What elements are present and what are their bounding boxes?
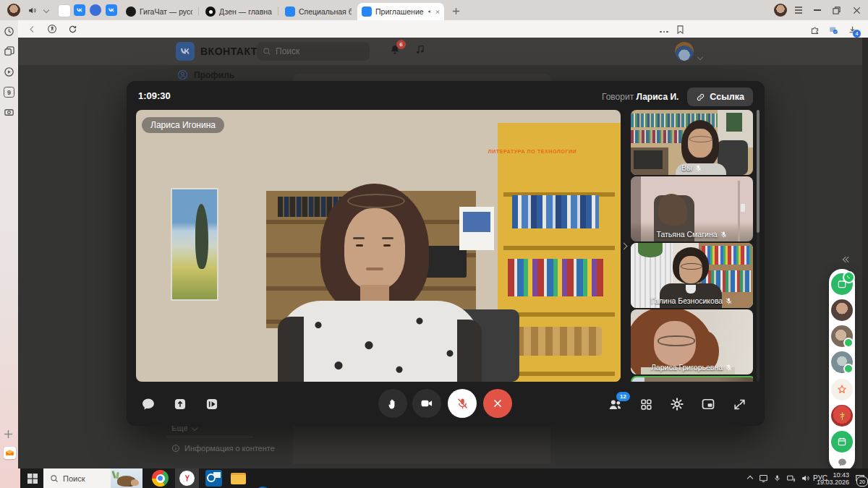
tab-gigachat[interactable]: ГигаЧат — русскоязычна [122, 3, 197, 20]
tray-volume-icon[interactable] [801, 468, 810, 488]
extensions-icon[interactable] [809, 24, 820, 35]
vk-logo[interactable] [176, 42, 195, 61]
tray-network-icon[interactable] [786, 468, 796, 488]
grid-view-button[interactable] [637, 395, 655, 413]
search-icon [50, 474, 59, 483]
tab-call-active[interactable]: Приглашение в звон [357, 3, 444, 20]
speaking-name: Лариса И. [636, 92, 678, 102]
participants-button[interactable]: 12 [606, 395, 624, 413]
messenger-contact-avatar[interactable] [831, 299, 853, 321]
tab-dzen[interactable]: Дзен — главная новостна [201, 3, 276, 20]
action-center-icon[interactable]: 20 [855, 468, 865, 488]
vk-search-input[interactable]: Поиск [257, 42, 370, 61]
settings-gear-icon[interactable] [668, 395, 686, 413]
taskbar-chrome-icon[interactable] [152, 470, 169, 487]
microphone-muted-button[interactable] [448, 389, 477, 418]
downloads-icon[interactable]: 4 [846, 24, 858, 35]
vk-menu-profile[interactable]: Профиль [177, 69, 234, 80]
share-button[interactable] [171, 395, 189, 413]
calendar-service-icon[interactable] [831, 431, 853, 453]
collections-icon[interactable] [4, 46, 14, 57]
browser-profile-avatar[interactable] [7, 4, 20, 17]
taskbar-clock[interactable]: 10:4319.03.2026 [817, 468, 849, 488]
history-icon[interactable] [4, 26, 14, 37]
window-close-button[interactable] [851, 4, 862, 16]
window-restore-button[interactable] [830, 4, 842, 16]
camera-button[interactable] [412, 389, 441, 418]
more-tools-icon[interactable] [658, 26, 670, 38]
refresh-icon[interactable] [67, 23, 78, 35]
panel-expand-chevron-icon[interactable] [621, 239, 626, 252]
messenger-contact-avatar[interactable] [831, 325, 853, 347]
participants-count-badge: 12 [616, 392, 630, 401]
participant-name: Вы [631, 163, 753, 172]
yandex-mail-icon[interactable] [4, 447, 16, 459]
participant-tile-galina[interactable]: Галина Безносикова [631, 243, 753, 308]
main-video-lariса-igonina[interactable]: ЛИТЕРАТУРА ПО ТЕХНОЛОГИИ Лариса Игонина [136, 110, 621, 382]
yandex-services-icon[interactable] [46, 23, 58, 35]
back-icon[interactable] [26, 23, 38, 35]
page-scrollbar[interactable] [862, 38, 868, 468]
screen-share-button[interactable] [203, 395, 221, 413]
chevron-down-icon[interactable] [41, 4, 52, 16]
browser-left-rail: 9 [0, 20, 18, 488]
church-logo-avatar[interactable] [831, 405, 853, 427]
participants-scrollbar[interactable] [757, 110, 760, 382]
tab-counter[interactable]: 9 [4, 87, 14, 98]
new-tab-button[interactable] [450, 5, 461, 17]
vk-wordmark[interactable]: ВКОНТАКТЕ [200, 46, 265, 57]
bookmark-icon[interactable] [674, 24, 686, 35]
mic-muted-icon [725, 297, 733, 305]
profile-menu-label: Профиль [194, 70, 234, 80]
pinned-tab-vk-icon[interactable] [74, 4, 85, 16]
pinned-tab-doc-icon[interactable] [58, 4, 71, 17]
taskbar-yandex-browser-icon[interactable] [179, 470, 195, 487]
tab-library[interactable]: Специальная библиотека [281, 3, 356, 20]
vk-avatar-chevron-icon[interactable] [698, 49, 702, 62]
sidepanel-collapse-icon[interactable] [843, 257, 851, 262]
active-call-icon[interactable] [831, 273, 853, 295]
pinned-tab-vk2-icon[interactable] [106, 4, 117, 16]
clock-date: 19.03.2026 [817, 479, 849, 486]
messenger-contact-avatar[interactable] [831, 351, 853, 373]
tray-display-icon[interactable] [759, 468, 768, 488]
taskbar-outlook-icon[interactable] [205, 470, 222, 487]
tab-audio-icon[interactable] [26, 4, 38, 16]
participant-tile-larisa-g[interactable]: Лариса Григорьевна [631, 309, 753, 374]
participant-tile-next-partial[interactable] [631, 376, 753, 382]
rail-add-icon[interactable] [4, 429, 14, 440]
call-link-button[interactable]: Ссылка [687, 87, 753, 106]
taskbar-explorer-icon[interactable] [230, 470, 247, 487]
window-profile-avatar[interactable] [774, 4, 787, 17]
participant-tile-tatyana[interactable]: Татьяна Смагина [631, 176, 753, 241]
clock-time: 10:43 [817, 471, 849, 479]
vk-user-avatar[interactable] [675, 42, 694, 61]
search-highlight-image[interactable] [111, 468, 142, 488]
feedback-bubble-icon[interactable] [835, 455, 848, 468]
screen-video-icon[interactable] [4, 107, 14, 118]
downloads-badge: 4 [853, 30, 861, 38]
chat-button[interactable] [140, 395, 157, 413]
tray-expand-chevron-icon[interactable] [748, 468, 752, 488]
favorites-star-icon[interactable] [831, 379, 853, 401]
vk-content-info-link[interactable]: Информация о контенте [171, 444, 275, 453]
tab-close-icon[interactable] [435, 9, 440, 15]
dzen-favicon [205, 7, 216, 17]
browser-menu-icon[interactable] [793, 4, 804, 16]
tray-microphone-icon[interactable] [773, 468, 781, 488]
taskbar-search-input[interactable]: Поиск [43, 468, 142, 488]
raise-hand-button[interactable] [378, 389, 407, 418]
vk-notifications-bell-icon[interactable]: 6 [388, 43, 401, 56]
vk-music-icon[interactable] [414, 44, 426, 56]
sync-icon[interactable] [827, 24, 839, 35]
picture-in-picture-button[interactable] [699, 395, 717, 413]
start-button[interactable] [27, 474, 38, 484]
participant-tile-you[interactable]: Вы [631, 110, 753, 175]
tab-title: Специальная библиотека [299, 7, 352, 16]
tab-sound-icon[interactable] [427, 8, 433, 15]
end-call-button[interactable] [483, 389, 512, 418]
window-minimize-button[interactable] [812, 4, 823, 16]
fullscreen-button[interactable] [731, 395, 748, 413]
pinned-tab-blue-icon[interactable] [90, 4, 101, 16]
video-play-icon[interactable] [4, 67, 14, 77]
